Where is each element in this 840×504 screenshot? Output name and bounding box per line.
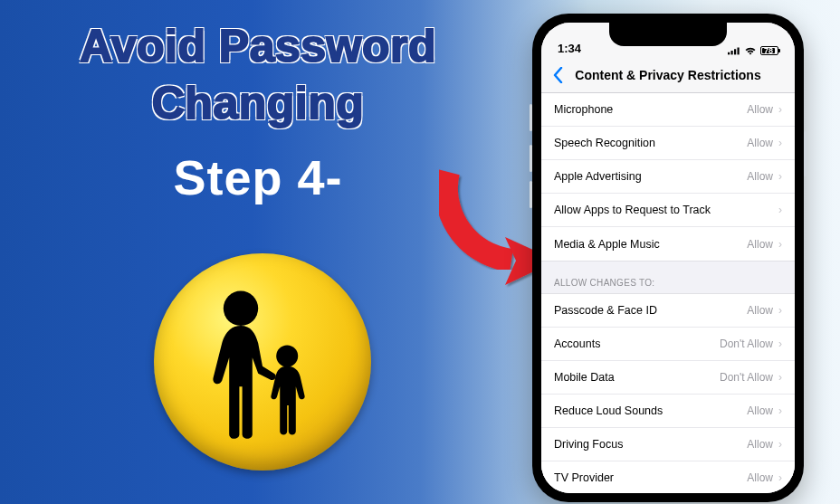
row-label: Allow Apps to Request to Track (554, 204, 773, 216)
row-allow-track[interactable]: Allow Apps to Request to Track › (541, 194, 795, 227)
chevron-right-icon: › (778, 137, 782, 149)
chevron-right-icon: › (778, 338, 782, 350)
cellular-signal-icon (728, 46, 740, 55)
row-driving-focus[interactable]: Driving Focus Allow › (541, 428, 795, 461)
chevron-right-icon: › (778, 103, 782, 116)
battery-icon: 78 (760, 46, 778, 55)
row-mobile-data[interactable]: Mobile Data Don't Allow › (541, 361, 795, 395)
svg-point-0 (224, 291, 258, 326)
row-value: Don't Allow (720, 371, 773, 384)
row-value: Allow (747, 471, 773, 484)
phone-mockup: 1:34 78 Content & Privacy Restrictions (532, 14, 804, 502)
row-label: Apple Advertising (554, 170, 747, 183)
row-media-apple-music[interactable]: Media & Apple Music Allow › (541, 227, 795, 261)
row-label: Reduce Loud Sounds (554, 404, 747, 417)
row-value: Allow (747, 170, 773, 183)
status-time: 1:34 (558, 42, 581, 55)
step-label: Step 4- (45, 149, 471, 205)
settings-group-2: Passcode & Face ID Allow › Accounts Don'… (541, 293, 795, 493)
status-indicators: 78 (728, 46, 778, 55)
headline-line1: Avoid Password (45, 18, 471, 75)
chevron-right-icon: › (778, 304, 782, 317)
row-label: Microphone (554, 103, 747, 116)
page-title: Content & Privacy Restrictions (541, 68, 795, 82)
chevron-right-icon: › (778, 238, 782, 251)
row-passcode-faceid[interactable]: Passcode & Face ID Allow › (541, 294, 795, 328)
chevron-right-icon: › (778, 170, 782, 183)
chevron-right-icon: › (778, 471, 782, 484)
svg-rect-3 (731, 51, 733, 54)
svg-point-1 (276, 346, 298, 367)
row-label: Mobile Data (554, 371, 720, 384)
row-label: Media & Apple Music (554, 238, 747, 251)
phone-screen: 1:34 78 Content & Privacy Restrictions (541, 23, 795, 493)
svg-rect-2 (728, 52, 730, 55)
svg-rect-5 (738, 48, 740, 55)
row-accounts[interactable]: Accounts Don't Allow › (541, 328, 795, 361)
nav-bar: Content & Privacy Restrictions (541, 57, 795, 93)
row-value: Allow (747, 404, 773, 417)
row-speech-recognition[interactable]: Speech Recognition Allow › (541, 127, 795, 160)
row-label: Accounts (554, 338, 720, 350)
settings-content[interactable]: Microphone Allow › Speech Recognition Al… (541, 93, 795, 493)
svg-rect-4 (734, 49, 736, 54)
row-label: Passcode & Face ID (554, 304, 747, 317)
row-value: Allow (747, 438, 773, 451)
headline-line2: Changing (45, 75, 471, 132)
row-value: Allow (747, 137, 773, 149)
row-label: TV Provider (554, 471, 747, 484)
settings-group-1: Microphone Allow › Speech Recognition Al… (541, 93, 795, 262)
row-label: Driving Focus (554, 438, 747, 451)
row-value: Allow (747, 304, 773, 317)
row-value: Allow (747, 103, 773, 116)
row-tv-provider[interactable]: TV Provider Allow › (541, 461, 795, 493)
infographic-text: Avoid Password Changing Step 4- (45, 18, 471, 205)
row-label: Speech Recognition (554, 137, 747, 149)
row-reduce-loud-sounds[interactable]: Reduce Loud Sounds Allow › (541, 395, 795, 428)
chevron-right-icon: › (778, 404, 782, 417)
row-microphone[interactable]: Microphone Allow › (541, 93, 795, 127)
chevron-right-icon: › (778, 371, 782, 384)
row-value: Allow (747, 238, 773, 251)
chevron-right-icon: › (778, 438, 782, 451)
section-header-allow-changes: ALLOW CHANGES TO: (541, 262, 795, 293)
back-button[interactable] (549, 62, 567, 88)
row-value: Don't Allow (720, 338, 773, 350)
parental-control-icon (154, 253, 371, 471)
wifi-icon (744, 46, 757, 55)
phone-notch (609, 23, 727, 46)
chevron-right-icon: › (778, 204, 782, 216)
row-apple-advertising[interactable]: Apple Advertising Allow › (541, 160, 795, 194)
